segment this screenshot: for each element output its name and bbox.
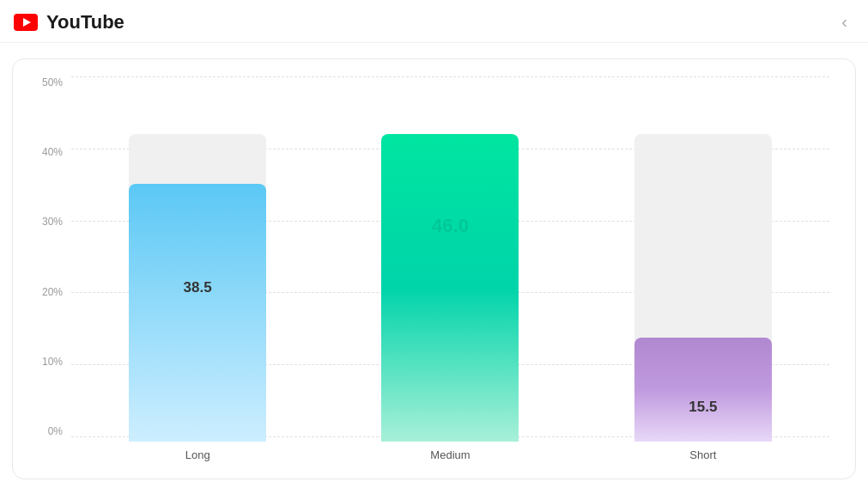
chart-inner: 38.5 Long 46.0 Medium: [71, 76, 829, 461]
bar-stack-medium: 46.0: [381, 134, 519, 442]
bar-value-medium: 46.0: [432, 215, 469, 237]
bar-label-short: Short: [689, 448, 716, 461]
app-title: YouTube: [46, 11, 124, 34]
youtube-icon: [14, 14, 38, 31]
bar-group-short: 15.5 Short: [634, 134, 772, 461]
bar-label-medium: Medium: [430, 448, 470, 461]
chart-area: 0% 10% 20% 30% 40% 50%: [39, 76, 829, 461]
bar-stack-short: 15.5: [634, 134, 772, 442]
bars-row: 38.5 Long 46.0 Medium: [71, 76, 829, 461]
y-axis: 0% 10% 20% 30% 40% 50%: [39, 76, 71, 461]
bar-label-long: Long: [185, 448, 210, 461]
chart-card: 0% 10% 20% 30% 40% 50%: [12, 58, 856, 479]
bar-bg-short: 15.5: [634, 134, 772, 442]
y-label-30: 30%: [42, 216, 63, 228]
y-label-0: 0%: [48, 425, 63, 437]
header-left: YouTube: [14, 11, 124, 34]
bar-group-long: 38.5 Long: [129, 134, 266, 461]
y-label-40: 40%: [42, 146, 63, 158]
bar-bg-medium: 46.0: [381, 134, 519, 442]
bar-value-short: 15.5: [689, 399, 717, 416]
bar-value-long: 38.5: [184, 279, 212, 296]
bar-group-medium: 46.0 Medium: [381, 134, 519, 461]
app-header: YouTube ‹: [0, 0, 868, 43]
y-label-20: 20%: [42, 286, 63, 298]
bar-bg-long: 38.5: [129, 134, 266, 442]
y-label-10: 10%: [42, 356, 63, 368]
bar-stack-long: 38.5: [129, 134, 266, 442]
back-button[interactable]: ‹: [835, 9, 854, 35]
y-label-50: 50%: [42, 76, 63, 88]
